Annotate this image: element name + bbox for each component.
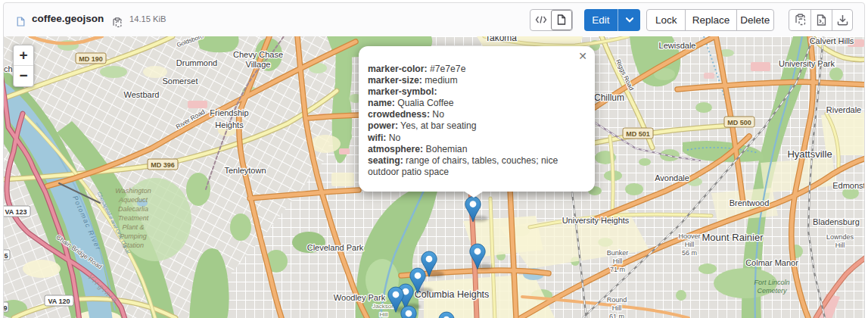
- svg-text:5: 5: [4, 252, 8, 260]
- svg-text:Hill: Hill: [612, 304, 622, 312]
- svg-text:Hyattsville: Hyattsville: [787, 148, 832, 160]
- svg-text:Mount Rainier: Mount Rainier: [702, 232, 764, 243]
- svg-text:Treatment: Treatment: [118, 214, 149, 222]
- svg-text:MD 500: MD 500: [727, 119, 751, 126]
- svg-text:University Heights: University Heights: [562, 216, 630, 225]
- svg-text:Chevy Chase: Chevy Chase: [233, 50, 283, 59]
- svg-text:Friendship: Friendship: [210, 108, 248, 117]
- svg-text:Somerset: Somerset: [162, 76, 198, 86]
- svg-text:MD 501: MD 501: [626, 130, 650, 138]
- svg-text:Washington: Washington: [115, 187, 151, 195]
- svg-text:Hill: Hill: [835, 242, 845, 249]
- svg-text:Cleveland Park: Cleveland Park: [307, 243, 364, 252]
- svg-text:Fort Lincoln: Fort Lincoln: [754, 279, 789, 286]
- svg-text:Hill: Hill: [613, 257, 623, 265]
- svg-text:MD 190: MD 190: [79, 55, 103, 63]
- svg-text:Round: Round: [607, 296, 627, 304]
- svg-text:Brentwood: Brentwood: [730, 198, 770, 207]
- svg-text:Westbard: Westbard: [124, 90, 160, 99]
- svg-text:Lewisdale: Lewisdale: [659, 41, 696, 50]
- svg-text:Tenleytown: Tenleytown: [224, 166, 266, 175]
- svg-text:Dalecarlia: Dalecarlia: [118, 205, 148, 213]
- svg-text:61 m: 61 m: [609, 313, 624, 318]
- svg-text:Bunker: Bunker: [607, 249, 629, 257]
- svg-text:Avondale: Avondale: [655, 173, 689, 182]
- svg-text:Village: Village: [246, 60, 271, 69]
- svg-text:Plant &: Plant &: [122, 223, 144, 231]
- svg-text:Takoma: Takoma: [485, 36, 517, 43]
- svg-text:71 m: 71 m: [610, 266, 625, 273]
- svg-text:56 m: 56 m: [682, 249, 697, 257]
- svg-text:Hill: Hill: [685, 241, 695, 248]
- svg-text:VA 123: VA 123: [5, 208, 26, 216]
- svg-text:University Park: University Park: [779, 59, 835, 68]
- svg-text:Calvert Hills: Calvert Hills: [810, 36, 854, 45]
- svg-text:Jackson: Jackson: [372, 303, 394, 310]
- svg-text:Aqueduct: Aqueduct: [118, 196, 148, 204]
- svg-text:VA 120: VA 120: [48, 298, 70, 305]
- svg-text:MD 396: MD 396: [151, 161, 175, 169]
- svg-text:Woodley Park: Woodley Park: [334, 293, 386, 302]
- svg-text:Chillum: Chillum: [594, 92, 624, 103]
- svg-text:Bladensburg: Bladensburg: [813, 217, 860, 226]
- svg-text:Heights: Heights: [215, 120, 244, 129]
- svg-text:Hoover: Hoover: [678, 232, 700, 240]
- svg-text:Edmonston: Edmonston: [832, 181, 864, 190]
- svg-text:Cemetery: Cemetery: [757, 287, 787, 295]
- svg-text:Drummond: Drummond: [176, 58, 217, 67]
- svg-text:Lowndes: Lowndes: [826, 233, 854, 241]
- svg-text:Hill: Hill: [379, 311, 387, 318]
- svg-text:Riverdale: Riverdale: [826, 105, 861, 114]
- svg-text:9: 9: [4, 304, 8, 312]
- svg-text:Colmar Manor: Colmar Manor: [745, 258, 798, 267]
- svg-text:ch: ch: [4, 64, 13, 73]
